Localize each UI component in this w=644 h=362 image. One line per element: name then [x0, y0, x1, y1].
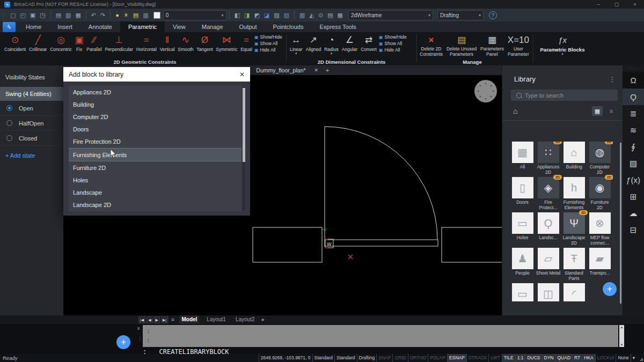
attachments-paperclip-icon[interactable]: ∮ [623, 138, 644, 155]
dimensional-constraint-button[interactable]: ↔ Linear ▾ [290, 34, 303, 55]
library-search-input[interactable]: Type to search [511, 90, 618, 101]
dialog-list-item[interactable]: Furniture 2D [69, 161, 241, 174]
add-layout-icon[interactable]: + [261, 316, 265, 323]
add-block-fab-button[interactable]: + [603, 282, 617, 296]
dimension-visibility-toggle[interactable]: ▣ Show All [379, 41, 407, 46]
geometric-constraint-button[interactable]: ▣ Fix [75, 34, 84, 52]
dimensional-constraint-button[interactable]: ⇄ Convert [361, 34, 377, 55]
minimize-button[interactable]: – [589, 0, 608, 9]
dimensional-constraint-button[interactable]: ↗ Aligned [306, 34, 321, 55]
ribbon-tab[interactable]: Output [231, 21, 265, 32]
library-item[interactable]: ∷ 2D Appliances 2D [536, 142, 561, 177]
geometric-constraint-button[interactable]: ‖ Vertical [160, 34, 175, 52]
library-item[interactable]: ▭ [510, 283, 535, 301]
geometric-constraint-button[interactable]: ╱ Collinear [29, 34, 47, 52]
library-item[interactable]: ▱ Sheet Metal [536, 248, 561, 283]
redo-icon[interactable]: ↷ [98, 12, 107, 18]
display-grid-icon[interactable]: ▧ [282, 12, 291, 18]
manage-button[interactable]: ▤ Delete Unused Parameters [447, 34, 477, 57]
library-item[interactable]: h Furnishing Elements [561, 177, 587, 212]
manage-button[interactable]: × Delete 2D Constraints [420, 34, 443, 57]
toolbar-drag-handle[interactable]: ⋮ [1, 12, 5, 18]
dimension-visibility-toggle[interactable]: ▣ Hide All [379, 47, 407, 53]
library-item[interactable]: ⊗ MEP flow connec... [587, 212, 612, 248]
console-drag-handle[interactable]: ⋮ [137, 336, 142, 341]
status-field[interactable]: GRID [392, 354, 407, 362]
dialog-list-item[interactable]: Building [69, 98, 241, 110]
tab-nav-arrow[interactable]: ▶ [154, 316, 160, 323]
ribbon-tab[interactable]: Express Tools [311, 21, 364, 32]
status-field[interactable]: ESNAP [447, 354, 466, 362]
dialog-list-item[interactable]: Landscape [69, 187, 241, 199]
layout-tab[interactable]: Model [179, 315, 199, 324]
console-close-icon[interactable]: x [137, 326, 140, 331]
geometric-constraint-button[interactable]: ◎ Concentric [50, 34, 72, 52]
undo-icon[interactable]: ↶ [89, 12, 98, 18]
structure-tree-icon[interactable]: ⊞ [623, 188, 644, 205]
library-item[interactable]: ◜ [561, 283, 587, 301]
batch-plot-icon[interactable]: ▦ [73, 12, 83, 18]
layout-tab[interactable]: Layout2 [233, 315, 257, 324]
scroll-down-icon[interactable]: ▼ [619, 343, 624, 347]
new-document-tab-icon[interactable]: + [326, 67, 329, 73]
radio-button-icon[interactable] [6, 135, 12, 141]
dialog-scrollbar[interactable] [243, 87, 245, 210]
ribbon-tab[interactable]: Annotate [80, 21, 120, 32]
library-item[interactable]: ▭ Holes [510, 212, 535, 248]
snap-grid-icon[interactable]: ▨ [272, 12, 281, 18]
scroll-up-icon[interactable]: ▲ [619, 325, 624, 329]
ribbon-tab[interactable]: Parametric [120, 21, 165, 32]
help-icon[interactable]: ? [489, 11, 497, 19]
navigation-wheel[interactable] [474, 80, 497, 102]
library-scrollbar[interactable] [620, 143, 621, 304]
visibility-state-row[interactable]: Closed [0, 131, 63, 146]
publish-icon[interactable]: ▥ [63, 12, 73, 18]
save-icon[interactable]: ▣ [28, 12, 38, 18]
status-field[interactable]: LOCKUI [595, 354, 616, 362]
print-icon[interactable]: ▤ [54, 12, 63, 18]
grid-view-icon[interactable]: ▦ [592, 106, 603, 116]
library-item[interactable]: ◍ 2D Computer 2D [587, 142, 612, 177]
library-item[interactable]: ▦ All [510, 142, 535, 177]
ribbon-tab[interactable]: Manage [194, 21, 231, 32]
status-field[interactable]: Standard [312, 354, 335, 362]
ribbon-tab[interactable]: View [165, 21, 194, 32]
status-field[interactable]: DUCS [525, 354, 541, 362]
radio-button-icon[interactable] [6, 105, 12, 111]
command-history[interactable]: :: [143, 325, 618, 347]
geometric-constraint-button[interactable]: Ø Tangent [196, 34, 213, 52]
document-tab-close-icon[interactable]: ✕ [314, 68, 319, 73]
dialog-list-item[interactable]: Appliances 2D [69, 86, 241, 98]
status-field[interactable]: SNAP [376, 354, 392, 362]
geometric-constraint-button[interactable]: = Horizontal [136, 34, 157, 52]
visibility-state-row[interactable]: HalfOpen [0, 116, 63, 131]
list-view-icon[interactable]: ≡ [606, 106, 617, 116]
visibility-group-row[interactable]: Swing (4 Entities) [0, 87, 63, 101]
status-field[interactable]: LWT [488, 354, 501, 362]
manage-button[interactable]: ▦ Parameters Panel [480, 34, 504, 57]
layer-lock-icon[interactable]: ▤ [131, 12, 141, 18]
home-icon[interactable]: ⌂ [513, 107, 517, 115]
status-field[interactable]: Drafting [357, 354, 377, 362]
status-field[interactable]: DYN [542, 354, 555, 362]
status-field[interactable]: TILE [502, 354, 515, 362]
status-field[interactable]: HKA [582, 354, 595, 362]
status-field[interactable]: 1:1 [515, 354, 525, 362]
status-field[interactable]: POLAR [428, 354, 447, 362]
status-field[interactable]: ORTHO [408, 354, 428, 362]
dialog-list-item[interactable]: Holes [69, 174, 241, 186]
parametric-blocks-button[interactable]: ƒx Parametric Blocks ▾ [537, 34, 588, 56]
status-field[interactable]: None [616, 354, 630, 362]
ribbon-tab[interactable]: Insert [49, 21, 80, 32]
layer-color-swatch[interactable] [153, 12, 160, 19]
geometric-constraint-button[interactable]: = Equal [240, 34, 252, 52]
edit-icon[interactable]: ◭ [307, 12, 316, 18]
status-field[interactable]: STRACK [466, 354, 488, 362]
status-field[interactable]: QUAD [555, 354, 573, 362]
new-drawing-icon[interactable]: ▢ [8, 12, 18, 18]
library-item[interactable]: ⌂ Building [561, 142, 587, 177]
hot-air-balloon-library-icon[interactable]: Ϙ [623, 88, 644, 105]
library-item[interactable]: ◫ [536, 283, 561, 301]
visual-style-dropdown[interactable]: 2dWireframe ▾ [348, 10, 433, 20]
layer-print-icon[interactable]: ▥ [141, 12, 150, 18]
